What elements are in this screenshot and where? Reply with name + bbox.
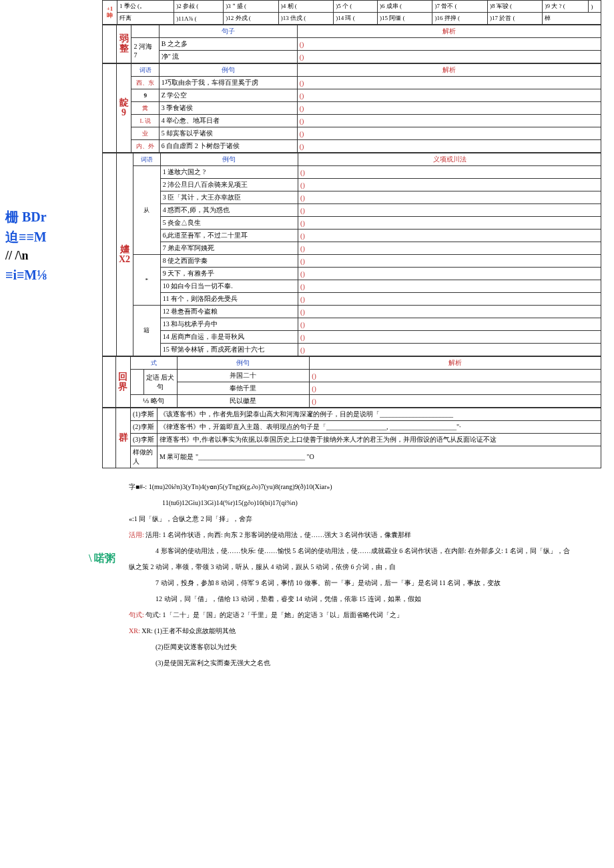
s4g1: *: [133, 255, 160, 306]
phon-1-6: )6 成串 (: [378, 1, 432, 13]
s3r4c: (): [297, 127, 601, 140]
s3r0a: 西、东: [131, 77, 159, 89]
sec2-r1b: (): [297, 38, 601, 51]
section-4: 嫿X2 词语 例句 义项或川法 从1 遂敢六国之 ?() 2 沛公旦日八百余骑来…: [102, 153, 601, 356]
sec5-g2: ⅓ 略句: [130, 395, 177, 408]
phon-2-5: )16 拌掸 (: [432, 13, 487, 25]
s4g2r3b: 15 帮第令林斩，而戍死者困十六七: [160, 344, 298, 356]
sec6-r4t: M 果可能是 "________________________________…: [158, 446, 601, 468]
sec4-outer: [103, 153, 117, 356]
phon-2-7: 棹: [543, 13, 601, 25]
phon-2-3: )14 珥 (: [334, 13, 378, 25]
section-5: 回界 式 例句 解析 定语 后犬句 并国二十 () 奉他千里 () ⅓ 略句 民…: [102, 356, 601, 408]
s3r3a: L 说: [131, 115, 159, 127]
s3r1b: Z 学公空: [159, 89, 297, 102]
s3r5c: (): [297, 140, 601, 153]
phon-1-3: )3＂盛 (: [224, 1, 278, 13]
s4g2r0c: (): [298, 306, 601, 318]
sec5-h3: 解析: [310, 357, 601, 370]
s4g1r0b: 8 使之西面学秦: [160, 255, 298, 268]
s3r2c: (): [297, 102, 601, 115]
ans-l11: (2)臣闻吏议逐客窃以为过失: [129, 639, 575, 655]
sec6-head: 群: [116, 408, 131, 468]
s3r3c: (): [297, 115, 601, 127]
s4g0r1c: (): [298, 179, 601, 191]
tables-column: +1呻 1 季公 (。 )2 参叔 ( )3＂盛 ( )4 籾 ( )5 个 (…: [102, 0, 601, 468]
s3r3b: 4 举心惫、地耳日者: [159, 115, 297, 127]
sec2-r2c: (): [297, 51, 601, 63]
ans-l4: 活用: 1 名词作状语，向西: 向东 2 形客词的使动用法，使……强大 3 名词…: [145, 531, 411, 538]
s4g0r4b: 5 炎金△良生: [160, 217, 298, 230]
sec6-r2: (2)李斯: [131, 421, 158, 434]
sec5-r1a: 并国二十: [177, 370, 310, 382]
sec2-head: 弱整: [116, 25, 131, 63]
left-line-2: 迫≡≡M: [5, 227, 102, 247]
sec5-r1b: (): [310, 370, 601, 382]
phon-1-7: )7 骨不 (: [432, 1, 487, 13]
s4g1r0c: (): [298, 255, 601, 268]
s3r4b: 5 却宾客以乎诸侯: [159, 127, 297, 140]
sec3-outer: [103, 64, 117, 153]
s3r1c: (): [297, 89, 601, 102]
phon-2-1: )12 外戍 (: [224, 13, 278, 25]
sec5-head: 回界: [115, 357, 130, 408]
sec6-outer: [103, 408, 116, 468]
s4g1r3c: (): [298, 293, 601, 306]
sec4-h1: 词语: [133, 153, 160, 166]
phon-1-4: )4 籾 (: [278, 1, 333, 13]
section-2: 弱整 句子 解析 2 河海 7 B 之之多 () 净" 流 (): [102, 25, 601, 63]
section-phonetics: +1呻 1 季公 (。 )2 参叔 ( )3＂盛 ( )4 籾 ( )5 个 (…: [102, 0, 601, 25]
s4g2: 籍: [133, 306, 160, 356]
ans-l10-label: XR:: [129, 627, 141, 634]
sec5-g1a: [130, 370, 143, 395]
phon-1-8: )8 军骏 (: [487, 1, 542, 13]
s4g0r1b: 2 沛公旦日八百余骑来见项王: [160, 179, 298, 191]
sec3-h3: 解析: [297, 64, 601, 77]
ans-l4-label: 活用:: [129, 531, 145, 538]
ans-l2: 11(tu6)12Giu)13Gi)14(%r)15(g∂o)16(bi)17(…: [129, 495, 575, 511]
sec6-r1: (1)李斯: [131, 408, 158, 421]
s4g0r5b: 6,此道至吾军，不过二十里耳: [160, 230, 298, 242]
section-3: 靛9 词语 例句 解析 西、东1巧取由余于我，车得百里奚于虏() 9Z 学公空(…: [102, 63, 601, 153]
left-line-1: 栅 BDr: [5, 207, 102, 227]
ans-l10: XR: (1)王者不却众庶故能明其他: [141, 627, 236, 634]
s4g0r6b: 7 弟走卒军阿姨死: [160, 242, 298, 255]
s4g0r6c: (): [298, 242, 601, 255]
sec6-r3t: 律逐客书》中,作者以事实为依据,以泰国历史上口使善于接纳外来人才的君王为例，并用…: [158, 434, 601, 446]
ans-l7: 7 动词，投身，参加 8 动词，侍军 9 名词，事情 10 做事。前一「事」是动…: [129, 575, 575, 591]
s3r5b: 6 自自虚而 2 卜树怨于诸侯: [159, 140, 297, 153]
blank: [131, 25, 159, 38]
s4g0r2b: 3 臣「其计，大王亦幸故臣: [160, 191, 298, 204]
phon-2-2: )13 倍戍 (: [278, 13, 333, 25]
s3r2a: 糞: [131, 102, 159, 115]
sec5-h2: 例句: [177, 357, 310, 370]
sec2-r2b: 净" 流: [159, 51, 297, 63]
phon-2-0: )11Λ⅞ (: [174, 13, 224, 25]
phon-2-6: )17 於首 (: [487, 13, 542, 25]
s4g2r2c: (): [298, 331, 601, 344]
s4g1r1c: (): [298, 268, 601, 280]
s4g1r3b: 11 有个，则洛阳必先受兵: [160, 293, 298, 306]
s4g2r3c: (): [298, 344, 601, 356]
ans-l9-label: 句式:: [129, 611, 145, 618]
s4g0r4c: (): [298, 217, 601, 230]
sec6-r4: 样做的人: [131, 446, 158, 468]
ans-l5: 4 形客词的使动用法，使……快乐: 使……愉悦 5 名词的使动用法，使……成就霸…: [129, 543, 575, 559]
sec4-head: 嫿X2: [116, 153, 133, 356]
sec2-h2: 解析: [297, 25, 601, 38]
sec3-head: 靛9: [116, 64, 131, 153]
phon-1-1: 纤离: [117, 13, 174, 25]
s4g0: 从: [133, 166, 160, 255]
s4g1r1b: 9 天下，有雅务乎: [160, 268, 298, 280]
sec5-outer: [103, 357, 116, 408]
sec2-outer: [103, 25, 117, 63]
section-6: 群 (1)李斯 《该逐客书》中，作者先后列梁泰山高大和河海深邃的例子，目的是说明…: [102, 408, 601, 468]
sec5-h1: 式: [130, 357, 177, 370]
phon-1-10: ): [589, 1, 601, 13]
s4g2r2b: 14 居商声自运，非是哥秋风: [160, 331, 298, 344]
sec5-r2b: (): [310, 382, 601, 395]
sec6-r2t: 《律逐客书》中，开篇即直入主题、表明现点的句子是「_______________…: [158, 421, 601, 434]
sec6-r3: (3)李斯: [131, 434, 158, 446]
ans-l3: «:1 同「纵」，合纵之意 2 同「择」，舍弃: [129, 511, 575, 527]
s4g0r0c: (): [298, 166, 601, 179]
